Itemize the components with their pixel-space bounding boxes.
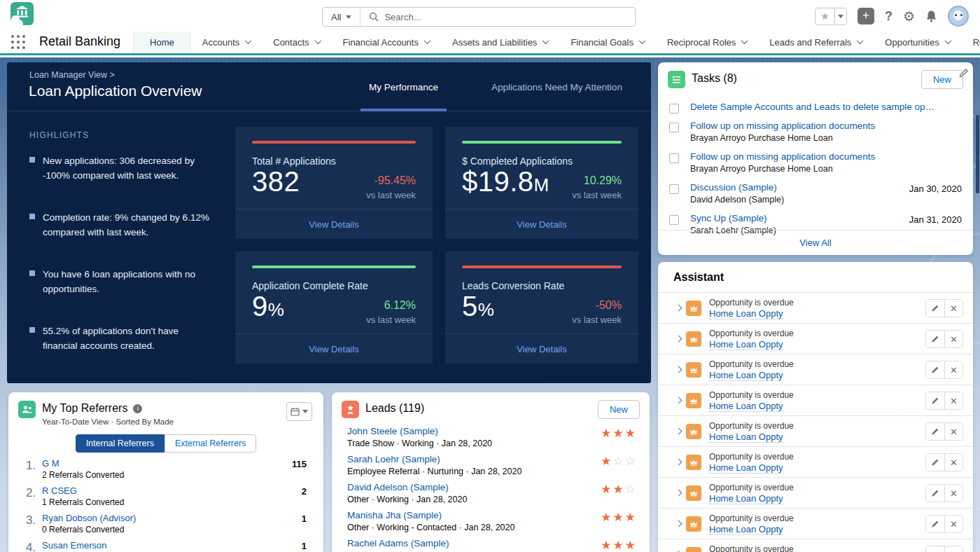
star-icon[interactable]: ★ [601, 539, 612, 552]
lead-name-link[interactable]: David Adelson (Sample) [347, 482, 449, 492]
star-icon[interactable]: ☆ [625, 455, 637, 468]
overview-tab[interactable]: Applications Need My Attention [483, 62, 631, 111]
opportunity-link[interactable]: Home Loan Oppty [709, 462, 783, 474]
nav-tab[interactable]: Home [133, 29, 191, 53]
task-checkbox[interactable] [669, 104, 679, 113]
edit-pencil-icon[interactable] [926, 361, 944, 378]
task-title-link[interactable]: Discussion (Sample) [690, 182, 939, 193]
opportunity-link[interactable]: Home Loan Oppty [709, 524, 783, 535]
edit-pencil-icon[interactable] [959, 68, 969, 78]
new-lead-button[interactable]: New [598, 400, 640, 419]
dismiss-x-icon[interactable]: ✕ [944, 546, 962, 552]
dismiss-x-icon[interactable]: ✕ [944, 392, 962, 409]
edit-pencil-icon[interactable] [926, 454, 944, 471]
star-icon[interactable]: ★ [625, 539, 637, 552]
lead-name-link[interactable]: Manisha Jha (Sample) [347, 510, 442, 520]
opportunity-link[interactable]: Home Loan Oppty [709, 432, 783, 443]
nav-tab[interactable]: Financial Goals [559, 32, 656, 53]
overview-tab[interactable]: My Performance [360, 62, 447, 111]
task-title-link[interactable]: Follow up on missing application documen… [690, 120, 939, 131]
star-icon[interactable]: ☆ [625, 483, 637, 496]
view-details-link[interactable]: View Details [445, 344, 638, 354]
nav-tab[interactable]: Contacts [262, 32, 331, 53]
chevron-right-icon[interactable] [676, 336, 682, 343]
edit-pencil-icon[interactable] [926, 423, 944, 440]
lead-name-link[interactable]: Sarah Loehr (Sample) [347, 454, 440, 464]
edit-pencil-icon[interactable] [926, 516, 944, 532]
dismiss-x-icon[interactable]: ✕ [944, 485, 962, 502]
global-add-icon[interactable]: + [858, 8, 874, 25]
user-avatar[interactable] [948, 6, 969, 27]
lead-rating-stars[interactable]: ★★★ [601, 538, 637, 552]
chevron-right-icon[interactable] [676, 428, 682, 435]
referrer-segment-button[interactable]: External Referrers [164, 434, 256, 453]
nav-tab[interactable]: Accounts [191, 32, 262, 53]
lead-rating-stars[interactable]: ★★☆ [601, 482, 637, 497]
star-icon[interactable]: ★ [601, 511, 612, 524]
referrer-name-link[interactable]: Susan Emerson [42, 540, 107, 551]
nav-tab[interactable]: Reports [962, 32, 980, 53]
chevron-right-icon[interactable] [676, 459, 682, 466]
breadcrumb[interactable]: Loan Manager View > [29, 70, 115, 80]
lead-rating-stars[interactable]: ★☆☆ [601, 454, 637, 469]
chevron-right-icon[interactable] [676, 305, 682, 312]
view-details-link[interactable]: View Details [235, 219, 433, 230]
nav-tab[interactable]: Assets and Liabilities [441, 32, 559, 53]
opportunity-link[interactable]: Home Loan Oppty [709, 339, 783, 350]
star-icon[interactable]: ★ [613, 427, 625, 440]
view-details-link[interactable]: View Details [445, 219, 638, 230]
new-task-button[interactable]: New [921, 70, 963, 89]
nav-tab[interactable]: Leads and Referrals [758, 32, 874, 53]
lead-name-link[interactable]: Rachel Adams (Sample) [347, 538, 449, 548]
lead-rating-stars[interactable]: ★★★ [601, 426, 637, 441]
nav-tab[interactable]: Opportunities [874, 32, 961, 53]
opportunity-link[interactable]: Home Loan Oppty [709, 493, 783, 504]
referrer-segment-button[interactable]: Internal Referrers [76, 434, 164, 453]
dismiss-x-icon[interactable]: ✕ [944, 331, 962, 347]
search-scope-dropdown[interactable]: All [323, 8, 360, 26]
chevron-right-icon[interactable] [676, 520, 682, 527]
edit-pencil-icon[interactable] [926, 300, 944, 317]
dismiss-x-icon[interactable]: ✕ [944, 361, 962, 378]
dismiss-x-icon[interactable]: ✕ [944, 516, 962, 532]
star-icon[interactable]: ★ [613, 511, 625, 524]
star-icon[interactable]: ★ [601, 483, 612, 496]
lead-name-link[interactable]: John Steele (Sample) [347, 426, 438, 436]
star-icon[interactable]: ★ [625, 511, 637, 524]
notifications-bell-icon[interactable] [925, 10, 937, 22]
nav-tab[interactable]: Reciprocal Roles [656, 32, 758, 53]
edit-pencil-icon[interactable] [926, 485, 944, 502]
star-icon[interactable]: ★ [613, 539, 625, 552]
dismiss-x-icon[interactable]: ✕ [944, 423, 962, 440]
dismiss-x-icon[interactable]: ✕ [944, 300, 962, 317]
date-range-button[interactable] [286, 402, 312, 421]
view-details-link[interactable]: View Details [235, 344, 433, 354]
task-checkbox[interactable] [669, 123, 679, 132]
task-title-link[interactable]: Follow up on missing application documen… [690, 151, 939, 162]
referrer-name-link[interactable]: G M [42, 458, 59, 469]
dismiss-x-icon[interactable]: ✕ [944, 454, 962, 471]
app-launcher-icon[interactable] [11, 35, 26, 50]
favorite-star-icon[interactable]: ★ [816, 8, 834, 25]
chevron-right-icon[interactable] [676, 490, 682, 497]
edit-pencil-icon[interactable] [926, 546, 944, 552]
referrer-name-link[interactable]: Ryan Dobson (Advisor) [42, 513, 136, 523]
opportunity-link[interactable]: Home Loan Oppty [709, 370, 783, 381]
info-icon[interactable]: i [133, 404, 142, 413]
vertical-scrollbar[interactable] [976, 115, 979, 193]
star-icon[interactable]: ★ [625, 427, 637, 440]
gear-icon[interactable]: ⚙ [903, 8, 915, 25]
star-icon[interactable]: ★ [613, 483, 625, 496]
task-checkbox[interactable] [669, 215, 679, 225]
favorites-chevron-icon[interactable] [834, 8, 846, 25]
task-title-link[interactable]: Sync Up (Sample) [690, 213, 939, 223]
chevron-right-icon[interactable] [676, 397, 682, 404]
star-icon[interactable]: ★ [601, 427, 612, 440]
edit-pencil-icon[interactable] [926, 331, 944, 347]
opportunity-link[interactable]: Home Loan Oppty [709, 308, 783, 319]
help-icon[interactable]: ? [885, 9, 892, 24]
star-icon[interactable]: ☆ [613, 455, 625, 468]
chevron-right-icon[interactable] [676, 366, 682, 373]
opportunity-link[interactable]: Home Loan Oppty [709, 401, 783, 412]
task-checkbox[interactable] [669, 184, 679, 194]
